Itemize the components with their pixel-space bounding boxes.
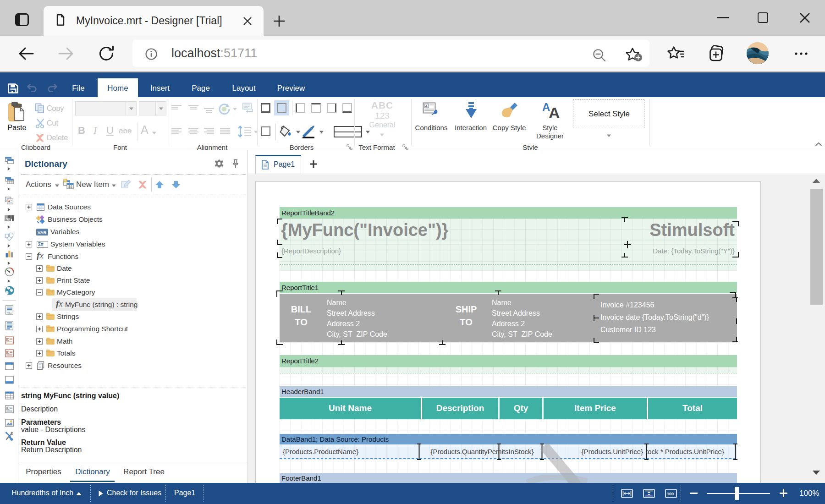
svg-text:A: A (549, 104, 560, 120)
svg-text:A: A (7, 351, 9, 354)
svg-text:123: 123 (6, 219, 10, 221)
svg-text:A: A (7, 407, 9, 410)
svg-text:A: A (425, 104, 428, 108)
svg-text:100: 100 (667, 492, 674, 496)
svg-text:A: A (7, 338, 9, 341)
svg-text:A: A (8, 200, 10, 202)
